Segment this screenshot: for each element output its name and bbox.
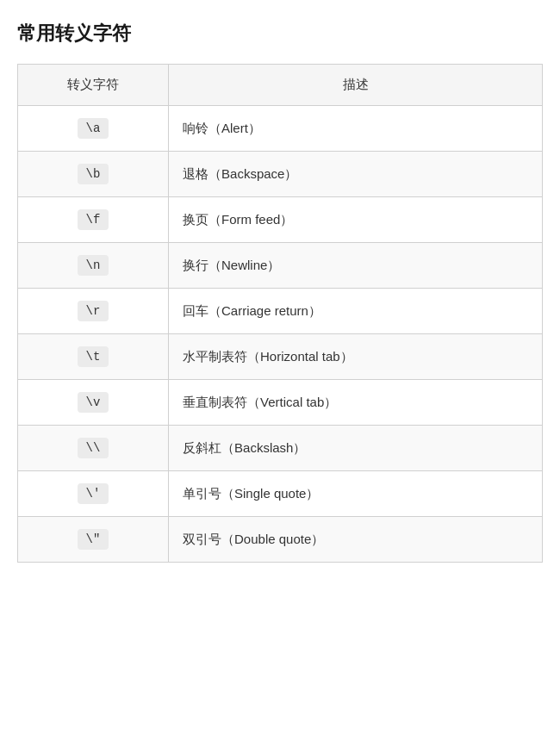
escape-char-cell: \': [18, 471, 169, 517]
page-title: 常用转义字符: [17, 21, 543, 47]
escape-char-cell: \v: [18, 380, 169, 426]
description-cell: 反斜杠（Backslash）: [169, 426, 543, 471]
escape-char-badge: \a: [78, 118, 109, 139]
table-row: \f换页（Form feed）: [18, 197, 543, 243]
escape-char-cell: \t: [18, 334, 169, 380]
col-description-header: 描述: [169, 65, 543, 106]
description-cell: 换页（Form feed）: [169, 197, 543, 243]
escape-char-badge: \n: [78, 255, 109, 276]
table-row: \r回车（Carriage return）: [18, 289, 543, 334]
escape-chars-table: 转义字符 描述 \a响铃（Alert）\b退格（Backspace）\f换页（F…: [17, 64, 543, 563]
table-row: \'单引号（Single quote）: [18, 471, 543, 517]
escape-char-badge: \b: [78, 164, 109, 184]
escape-char-badge: \v: [78, 392, 109, 413]
table-header-row: 转义字符 描述: [18, 65, 543, 106]
escape-char-cell: \a: [18, 106, 169, 152]
table-row: \b退格（Backspace）: [18, 152, 543, 197]
escape-char-cell: \r: [18, 289, 169, 334]
escape-char-badge: \f: [78, 209, 109, 230]
table-row: \"双引号（Double quote）: [18, 517, 543, 563]
escape-char-cell: \\: [18, 426, 169, 471]
col-escape-header: 转义字符: [18, 65, 169, 106]
escape-char-cell: \f: [18, 197, 169, 243]
description-cell: 垂直制表符（Vertical tab）: [169, 380, 543, 426]
description-cell: 回车（Carriage return）: [169, 289, 543, 334]
description-cell: 双引号（Double quote）: [169, 517, 543, 563]
escape-char-cell: \b: [18, 152, 169, 197]
table-row: \a响铃（Alert）: [18, 106, 543, 152]
table-row: \\反斜杠（Backslash）: [18, 426, 543, 471]
escape-char-badge: \t: [78, 346, 109, 367]
escape-char-badge: \": [78, 529, 109, 550]
description-cell: 换行（Newline）: [169, 243, 543, 289]
table-row: \v垂直制表符（Vertical tab）: [18, 380, 543, 426]
escape-char-badge: \\: [78, 438, 109, 458]
description-cell: 退格（Backspace）: [169, 152, 543, 197]
description-cell: 响铃（Alert）: [169, 106, 543, 152]
escape-char-cell: \n: [18, 243, 169, 289]
table-row: \t水平制表符（Horizontal tab）: [18, 334, 543, 380]
description-cell: 水平制表符（Horizontal tab）: [169, 334, 543, 380]
escape-char-badge: \r: [78, 301, 109, 321]
escape-char-cell: \": [18, 517, 169, 563]
table-row: \n换行（Newline）: [18, 243, 543, 289]
description-cell: 单引号（Single quote）: [169, 471, 543, 517]
escape-char-badge: \': [78, 483, 109, 504]
